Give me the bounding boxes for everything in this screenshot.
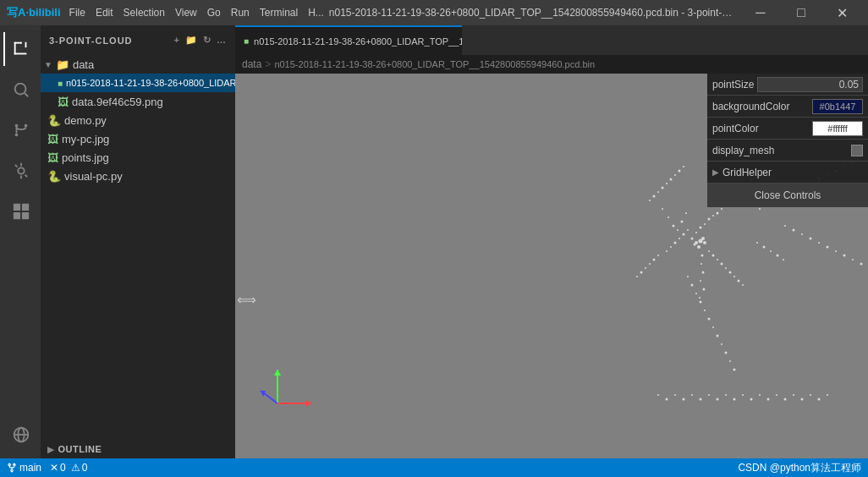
svg-point-105 xyxy=(712,326,714,328)
tree-item-my-pc[interactable]: 🖼 my-pc.jpg xyxy=(41,129,235,148)
git-branch-label: main xyxy=(19,462,41,474)
refresh-icon[interactable]: ↻ xyxy=(203,35,212,46)
menu-help[interactable]: H... xyxy=(308,7,324,19)
svg-point-112 xyxy=(666,398,668,401)
svg-point-124 xyxy=(767,398,770,401)
svg-point-100 xyxy=(691,284,694,287)
close-controls-button[interactable]: Close Controls xyxy=(707,184,868,207)
background-color-box[interactable]: #0b1447 xyxy=(812,99,863,114)
svg-point-123 xyxy=(759,394,761,396)
svg-point-52 xyxy=(793,229,795,232)
svg-point-32 xyxy=(700,227,702,229)
point-size-input[interactable] xyxy=(757,77,863,92)
tree-item-pcd-bin[interactable]: ■ n015-2018-11-21-19-38-26+0800_LIDAR_TO… xyxy=(41,74,235,92)
svg-point-39 xyxy=(645,267,646,269)
svg-point-146 xyxy=(700,280,701,282)
tree-item-points[interactable]: 🖼 points.jpg xyxy=(41,148,235,167)
svg-point-86 xyxy=(742,284,744,286)
error-count[interactable]: ✕ 0 ⚠ 0 xyxy=(50,462,87,474)
activity-debug[interactable] xyxy=(3,154,37,188)
svg-point-5 xyxy=(15,84,26,95)
svg-point-133 xyxy=(667,217,669,218)
svg-point-29 xyxy=(687,229,689,231)
menu-file[interactable]: File xyxy=(69,7,85,19)
breadcrumb-data[interactable]: data xyxy=(242,58,261,70)
menu-go[interactable]: Go xyxy=(207,7,221,19)
svg-point-33 xyxy=(704,223,706,225)
svg-point-115 xyxy=(691,394,693,396)
resize-handle[interactable]: ⟺ xyxy=(235,288,258,311)
breadcrumb-sep1: > xyxy=(265,58,271,70)
svg-point-53 xyxy=(801,233,803,235)
tabbar: ■ n015-2018-11-21-19-38-26+0800_LIDAR_TO… xyxy=(235,25,868,55)
warning-number: 0 xyxy=(82,462,88,474)
tree-item-demo[interactable]: 🐍 demo.py xyxy=(41,111,235,129)
svg-point-135 xyxy=(677,229,678,231)
minimize-button[interactable]: ─ xyxy=(741,0,780,25)
menu-terminal[interactable]: Terminal xyxy=(260,7,298,19)
svg-point-26 xyxy=(670,246,672,248)
svg-point-56 xyxy=(827,246,829,249)
svg-point-141 xyxy=(777,255,779,257)
activity-remote[interactable] xyxy=(3,418,37,452)
svg-point-108 xyxy=(725,352,728,354)
svg-point-59 xyxy=(852,259,854,260)
svg-rect-19 xyxy=(22,212,29,219)
svg-point-68 xyxy=(670,178,673,181)
svg-point-65 xyxy=(657,191,659,193)
file-label-visual-pc: visual-pc.py xyxy=(64,170,123,183)
svg-point-28 xyxy=(666,250,667,252)
error-icon: ✕ xyxy=(50,462,58,474)
svg-point-79 xyxy=(712,255,715,257)
sidebar-title: 3-POINT-CLOUD xyxy=(49,36,133,46)
menu-run[interactable]: Run xyxy=(231,7,250,19)
menu-selection[interactable]: Selection xyxy=(124,7,165,19)
outline-section[interactable]: ▶ OUTLINE xyxy=(41,440,235,458)
display-mesh-checkbox[interactable] xyxy=(851,145,863,156)
svg-point-37 xyxy=(653,259,656,261)
svg-point-35 xyxy=(712,215,714,217)
svg-point-8 xyxy=(25,124,28,128)
controls-panel: pointSize backgroundColor #0b1447 pointC… xyxy=(707,74,868,207)
svg-point-27 xyxy=(683,233,685,236)
activity-search[interactable] xyxy=(3,73,37,107)
collapse-icon[interactable]: … xyxy=(217,35,227,46)
new-file-icon[interactable]: + xyxy=(174,35,180,46)
svg-point-106 xyxy=(717,335,719,337)
svg-point-101 xyxy=(695,293,697,294)
close-button[interactable]: ✕ xyxy=(822,0,861,25)
tree-folder-data[interactable]: ▼ 📁 data xyxy=(41,55,235,74)
file-label-points: points.jpg xyxy=(62,151,109,164)
titlebar: 写A·bilibili File Edit Selection View Go … xyxy=(0,0,868,25)
menu-view[interactable]: View xyxy=(175,7,197,19)
svg-point-82 xyxy=(725,267,727,269)
new-folder-icon[interactable]: 📁 xyxy=(185,35,198,46)
svg-point-148 xyxy=(699,297,700,299)
point-color-label: pointColor xyxy=(712,123,809,134)
svg-rect-4 xyxy=(20,42,22,44)
svg-point-142 xyxy=(783,259,784,260)
breadcrumb-file[interactable]: n015-2018-11-21-19-38-26+0800_LIDAR_TOP_… xyxy=(274,59,595,69)
point-color-box[interactable]: #ffffff xyxy=(812,121,863,136)
svg-point-67 xyxy=(666,183,667,184)
tree-item-png[interactable]: 🖼 data.9ef46c59.png xyxy=(41,92,235,111)
svg-point-31 xyxy=(695,232,697,233)
svg-point-74 xyxy=(697,245,700,249)
point-size-row: pointSize xyxy=(707,74,868,96)
active-tab[interactable]: ■ n015-2018-11-21-19-38-26+0800_LIDAR_TO… xyxy=(235,25,462,55)
activity-git[interactable] xyxy=(3,113,37,147)
git-branch[interactable]: main xyxy=(7,462,41,474)
svg-point-51 xyxy=(784,225,786,227)
svg-point-84 xyxy=(733,276,735,277)
point-cloud-viewer[interactable]: pointSize backgroundColor #0b1447 pointC… xyxy=(235,74,868,477)
svg-point-70 xyxy=(678,170,681,173)
activity-explorer[interactable] xyxy=(3,32,37,66)
svg-point-7 xyxy=(15,134,19,137)
activity-extensions[interactable] xyxy=(3,195,37,228)
menu-edit[interactable]: Edit xyxy=(96,7,113,19)
tree-item-visual-pc[interactable]: 🐍 visual-pc.py xyxy=(41,167,235,185)
svg-point-40 xyxy=(640,271,643,274)
sidebar-actions: + 📁 ↻ … xyxy=(174,35,227,46)
maximize-button[interactable]: □ xyxy=(782,0,821,25)
background-color-row: backgroundColor #0b1447 xyxy=(707,96,868,118)
